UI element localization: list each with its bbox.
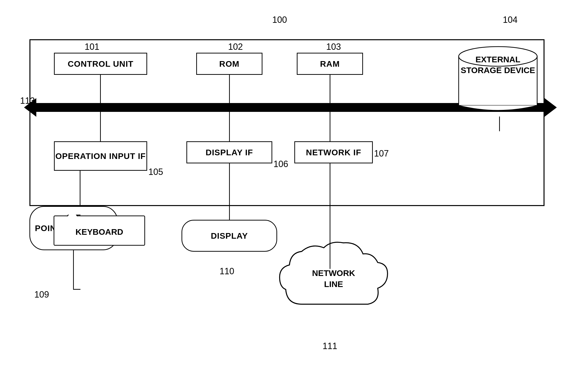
display-if-box: DISPLAY IF — [186, 141, 272, 163]
vline-network-line-extra — [330, 232, 330, 269]
ref-102: 102 — [228, 42, 243, 52]
network-if-box: NETWORK IF — [294, 141, 373, 163]
vline-network-if-top — [330, 112, 330, 141]
ref-111: 111 — [323, 341, 337, 351]
hline-pointing-device — [73, 289, 80, 290]
network-line-cloud: NETWORK LINE — [272, 230, 395, 324]
external-storage-label: EXTERNAL STORAGE DEVICE — [459, 54, 537, 76]
vline-display-if-down — [229, 163, 230, 220]
ref-105: 105 — [148, 167, 163, 177]
display-box: DISPLAY — [181, 220, 277, 252]
vline-ext-storage — [499, 116, 500, 131]
ram-box: RAM — [297, 53, 363, 75]
operation-input-if-box: OPERATION INPUT IF — [54, 141, 147, 171]
ref-101: 101 — [85, 42, 99, 52]
vline-pointing-device — [73, 250, 74, 290]
vline-op-input-top — [100, 112, 101, 141]
bus-arrow-right — [545, 98, 557, 117]
vline-control-unit-bottom — [100, 75, 101, 104]
ref-110: 110 — [219, 266, 234, 276]
ref-113: 113 — [20, 96, 35, 106]
diagram-container: 100 104 113 101 CONTROL UNIT 102 ROM 103… — [15, 15, 569, 388]
svg-marker-4 — [68, 215, 77, 216]
keyboard-label: KEYBOARD — [54, 221, 145, 243]
vline-display-if-top — [229, 112, 230, 141]
vline-network-if-down — [330, 163, 330, 232]
vline-ram — [330, 75, 330, 104]
vline-rom — [229, 75, 230, 104]
ref-103: 103 — [326, 42, 341, 52]
svg-text:NETWORK: NETWORK — [312, 268, 355, 278]
ref-106: 106 — [273, 159, 288, 169]
ref-104: 104 — [503, 15, 518, 25]
external-storage-cylinder — [456, 42, 540, 118]
rom-box: ROM — [196, 53, 262, 75]
control-unit-box: CONTROL UNIT — [54, 53, 147, 75]
ref-100: 100 — [272, 15, 287, 25]
ref-107: 107 — [374, 148, 389, 159]
svg-text:LINE: LINE — [324, 280, 343, 289]
ref-109: 109 — [34, 290, 49, 300]
